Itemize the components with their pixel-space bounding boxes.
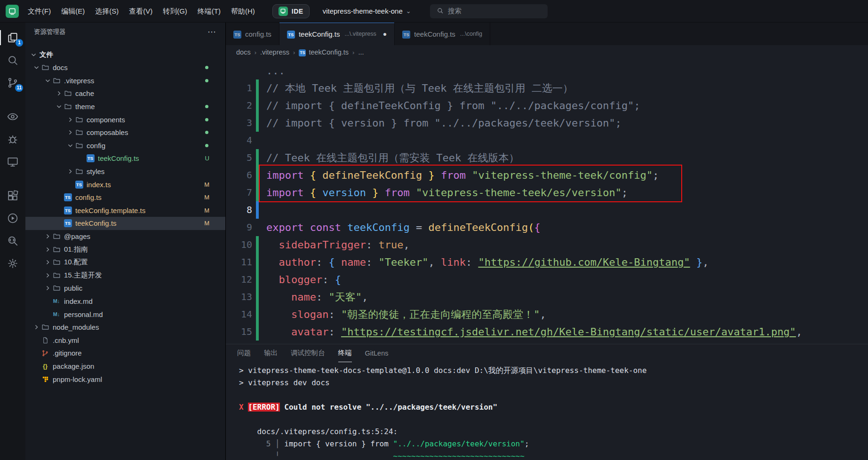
tree-item-personal-md[interactable]: M↓personal.md [25,308,225,321]
code-line-1[interactable]: 1// 本地 Teek 主题包引用（与 Teek 在线主题包引用 二选一） [226,79,868,97]
activity-extensions[interactable] [0,184,25,207]
panel-tab-调试控制台[interactable]: 调试控制台 [291,344,325,362]
code-line-15[interactable]: 15 avatar: "https://testingcf.jsdelivr.n… [226,323,868,341]
code-text: // import { version } from "../../packag… [259,114,621,132]
menu-选择-s[interactable]: 选择(S) [90,0,124,22]
code-text [259,201,266,219]
tree-item-index-md[interactable]: M↓index.md [25,295,225,308]
tree-item-01-指南[interactable]: 01.指南 [25,243,225,256]
code-token: slogan [291,309,328,320]
activity-source-control[interactable]: 11 [0,71,25,94]
menu-转到-g[interactable]: 转到(G) [158,0,192,22]
breadcrumb-item-vitepress[interactable]: .vitepress [260,48,289,56]
activity-explorer[interactable]: 1 [0,26,25,49]
breadcrumb-item-teekconfig-ts[interactable]: TSteekConfig.ts [299,48,349,56]
code-token: "vitepress-theme-teek/config" [472,169,653,181]
menu-查看-v[interactable]: 查看(V) [124,0,158,22]
tree-item-package-json[interactable]: {}package.json [25,360,225,373]
code-line-13[interactable]: 13 name: "天客", [226,288,868,306]
terminal-output[interactable]: > vitepress-theme-teek-docs-template@1.0… [226,362,868,460]
tree-item-pages[interactable]: @pages [25,230,225,243]
editor-tab-config-ts-0[interactable]: TSconfig.ts [226,23,279,45]
code-token: name [341,256,366,268]
folded-code-row[interactable]: ... [226,62,868,79]
folder-icon [74,142,84,150]
activity-search[interactable] [0,49,25,71]
code-token: , [702,256,709,268]
git-status-badge: M [204,181,209,188]
menu-文件-f[interactable]: 文件(F) [23,0,56,22]
code-token: import [266,169,303,181]
tree-item-components[interactable]: components [25,113,225,126]
ts-file-icon: TS [233,30,241,39]
menu-编辑-e[interactable]: 编辑(E) [56,0,90,22]
menu-帮助-h[interactable]: 帮助(H) [226,0,260,22]
tree-item-docs[interactable]: docs [25,61,225,74]
tree-item-node-modules[interactable]: node_modules [25,321,225,334]
tree-item-theme[interactable]: theme [25,100,225,113]
tree-item-label: public [64,284,82,292]
tree-item-cnb-yml[interactable]: .cnb.yml [25,333,225,347]
code-editor[interactable]: ...1// 本地 Teek 主题包引用（与 Teek 在线主题包引用 二选一）… [226,59,868,344]
code-line-14[interactable]: 14 slogan: "朝圣的使徒，正在走向编程的至高殿堂！", [226,306,868,323]
tree-item-gitignore[interactable]: .gitignore [25,347,225,360]
activity-search-editor[interactable] [0,230,25,252]
tree-item-vitepress[interactable]: .vitepress [25,74,225,87]
code-line-2[interactable]: 2// import { defineTeekConfig } from "..… [226,97,868,114]
menu-终端-t[interactable]: 终端(T) [192,0,226,22]
chevron-icon [43,233,52,239]
project-selector[interactable]: vitepress-theme-teek-one ⌄ [323,7,411,15]
git-modified-dot-icon [205,144,208,147]
code-line-9[interactable]: 9export const teekConfig = defineTeekCon… [226,219,868,236]
tree-item-pnpm-lock-yaml[interactable]: pnpm-lock.yaml [25,373,225,386]
ide-mode-badge[interactable]: IDE [272,4,310,18]
more-actions-icon[interactable]: ⋯ [207,27,217,37]
code-token [690,256,696,268]
code-line-7[interactable]: 7import { version } from "vitepress-them… [226,184,868,201]
code-token: // import { version } from "../../packag… [266,117,621,129]
code-line-10[interactable]: 10 sidebarTrigger: true, [226,236,868,254]
sidebar-spacer [25,41,225,48]
breadcrumb-item-docs[interactable]: docs [236,48,251,56]
code-line-8[interactable]: 8 [226,201,868,219]
tree-item-teekconfig-ts[interactable]: TSteekConfig.tsM [25,217,225,230]
panel-tab-gitlens[interactable]: GitLens [365,344,389,362]
code-token: : [366,239,379,251]
code-line-3[interactable]: 3// import { version } from "../../packa… [226,114,868,132]
tab-description: ...\.vitepress [344,31,376,37]
code-line-6[interactable]: 6import { defineTeekConfig } from "vitep… [226,167,868,184]
code-line-5[interactable]: 5// Teek 在线主题包引用（需安装 Teek 在线版本） [226,149,868,167]
panel-tab-输出[interactable]: 输出 [264,344,278,362]
code-line-11[interactable]: 11 author: { name: "Teeker", link: "http… [226,254,868,271]
chevron-icon [66,143,74,149]
global-search-box[interactable]: 搜索 [430,4,548,18]
tree-item-cache[interactable]: cache [25,87,225,100]
code-token: teekConfig [347,222,409,233]
tree-item-config[interactable]: config [25,139,225,152]
editor-tab-teekconfig-ts-2[interactable]: TSteekConfig.ts...\config [395,23,490,45]
tree-item-config-ts[interactable]: TSconfig.tsM [25,191,225,204]
tree-item-composables[interactable]: composables [25,126,225,139]
activity-debug[interactable] [0,128,25,151]
files-section-header[interactable]: 文件 [25,48,225,61]
code-line-4[interactable]: 4 [226,132,868,149]
code-text: avatar: "https://testingcf.jsdelivr.net/… [259,323,802,341]
tree-item-teekconfig-ts[interactable]: TSteekConfig.tsU [25,152,225,165]
folder-icon [63,103,72,111]
panel-tab-问题[interactable]: 问题 [237,344,251,362]
tree-item-public[interactable]: public [25,282,225,295]
breadcrumb-item-item[interactable]: ... [358,48,364,56]
tree-item-styles[interactable]: styles [25,165,225,178]
tree-item-10-配置[interactable]: 10.配置 [25,256,225,269]
activity-settings-sync[interactable] [0,252,25,275]
tree-item-label: .gitignore [53,349,82,357]
tree-item-teekconfig-template-ts[interactable]: TSteekConfig.template.tsM [25,204,225,217]
code-line-12[interactable]: 12 blogger: { [226,271,868,288]
editor-tab-teekconfig-ts-1[interactable]: TSteekConfig.ts...\.vitepress● [279,23,395,45]
activity-run-circle[interactable] [0,207,25,230]
panel-tab-终端[interactable]: 终端 [338,344,352,362]
tree-item-index-ts[interactable]: TSindex.tsM [25,178,225,191]
activity-remote-monitor[interactable] [0,151,25,173]
activity-preview-eye[interactable] [0,105,25,128]
tree-item-15-主题开发[interactable]: 15.主题开发 [25,269,225,282]
